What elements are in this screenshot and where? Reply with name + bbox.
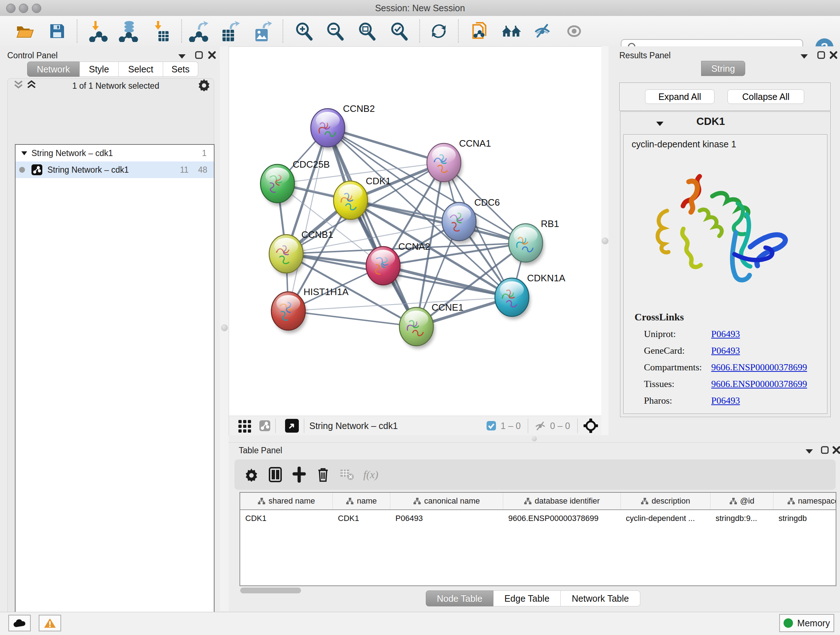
- network-node-label: CCNB2: [343, 103, 375, 114]
- selected-checkbox-icon[interactable]: [486, 421, 496, 431]
- results-collapse-icon[interactable]: [799, 53, 809, 59]
- network-canvas[interactable]: CCNB2CCNA1CDC25BCDK1CDC6RB1CCNB1CCNA2CDK…: [229, 46, 603, 416]
- zoom-in-icon[interactable]: [294, 20, 314, 42]
- network-edge[interactable]: [288, 128, 328, 311]
- add-column-icon[interactable]: [287, 463, 311, 486]
- network-collection-row[interactable]: String Network – cdk1 1: [16, 145, 214, 162]
- panel-close-icon[interactable]: [208, 51, 216, 59]
- column-header[interactable]: namespace: [774, 493, 836, 509]
- left-splitter-handle[interactable]: [221, 325, 228, 331]
- home-icon[interactable]: [501, 20, 522, 42]
- column-header-label: database identifier: [535, 496, 600, 506]
- network-node[interactable]: CDC6: [442, 197, 500, 244]
- network-options-gear-icon[interactable]: [197, 78, 210, 91]
- column-header[interactable]: name: [333, 493, 390, 509]
- control-panel-tabs: NetworkStyleSelectSets: [27, 62, 198, 77]
- table-row[interactable]: CDK1CDK1P064939606.ENSP00000378699cyclin…: [240, 510, 836, 527]
- table-header-row: shared namenamecanonical namedatabase id…: [240, 493, 836, 510]
- crosslink-value-link[interactable]: P06493: [711, 395, 740, 406]
- tab-style[interactable]: Style: [80, 62, 118, 77]
- panel-float-icon[interactable]: [195, 51, 203, 59]
- crosslink-value-link[interactable]: P06493: [711, 329, 740, 340]
- tab-edge-table[interactable]: Edge Table: [493, 591, 561, 606]
- table-settings-gear-icon[interactable]: [240, 463, 264, 486]
- network-node-label: CCNE1: [431, 302, 463, 313]
- view-indicator-icon: [19, 167, 25, 173]
- network-node[interactable]: CCNA2: [366, 241, 430, 288]
- crosslink-value-link[interactable]: 9606.ENSP00000378699: [711, 362, 807, 373]
- zoom-out-icon[interactable]: [325, 20, 345, 42]
- detach-view-icon[interactable]: [285, 419, 299, 432]
- node-entry-card: CDK1 cyclin-dependent kinase 1: [620, 111, 831, 417]
- save-session-icon[interactable]: [47, 20, 67, 42]
- right-splitter-handle[interactable]: [602, 238, 608, 244]
- warnings-button[interactable]: [39, 615, 61, 631]
- table-close-icon[interactable]: [832, 446, 840, 454]
- expand-all-networks-icon[interactable]: [26, 80, 37, 90]
- network-node[interactable]: RB1: [508, 218, 559, 265]
- tab-network-table[interactable]: Network Table: [561, 591, 640, 606]
- network-node[interactable]: CDKN1A: [495, 272, 565, 319]
- collapse-all-button[interactable]: Collapse All: [728, 89, 804, 104]
- memory-label: Memory: [797, 618, 830, 629]
- tab-string[interactable]: String: [701, 61, 745, 76]
- network-node[interactable]: CCNE1: [399, 302, 463, 348]
- show-all-icon[interactable]: [564, 20, 584, 42]
- zoom-fit-icon[interactable]: [357, 20, 377, 42]
- import-network-icon[interactable]: [88, 20, 108, 42]
- table-float-icon[interactable]: [821, 446, 829, 454]
- hide-selected-icon[interactable]: [532, 20, 553, 42]
- crosslink-value-link[interactable]: 9606.ENSP00000378699: [711, 379, 807, 390]
- network-node[interactable]: CCNB2: [311, 103, 375, 150]
- import-table-icon[interactable]: [150, 20, 171, 42]
- tab-network[interactable]: Network: [27, 62, 80, 77]
- hidden-eye-icon[interactable]: [533, 420, 548, 432]
- tab-node-table[interactable]: Node Table: [426, 591, 493, 606]
- grid-view-icon[interactable]: [238, 418, 252, 433]
- export-network-icon[interactable]: [188, 20, 209, 42]
- main-toolbar: ?: [0, 16, 840, 47]
- network-edge[interactable]: [288, 311, 416, 326]
- export-table-icon[interactable]: [219, 20, 240, 42]
- refresh-icon[interactable]: [429, 20, 449, 42]
- import-database-icon[interactable]: [118, 20, 139, 42]
- right-splitter[interactable]: [601, 46, 608, 442]
- column-header-label: shared name: [268, 496, 315, 506]
- birds-eye-icon[interactable]: [583, 418, 599, 434]
- results-float-icon[interactable]: [817, 51, 826, 59]
- table-horizontal-scrollbar[interactable]: [240, 587, 301, 593]
- export-image-icon[interactable]: [252, 20, 272, 42]
- function-builder-icon[interactable]: f(x): [359, 463, 383, 486]
- expand-all-button[interactable]: Expand All: [645, 89, 714, 104]
- crosslink-label: GeneCard:: [644, 345, 711, 356]
- tab-select[interactable]: Select: [118, 62, 163, 77]
- column-header[interactable]: description: [621, 493, 711, 509]
- open-folder-icon[interactable]: [14, 20, 35, 42]
- panel-collapse-icon[interactable]: [177, 53, 187, 59]
- delete-table-icon[interactable]: [335, 463, 359, 486]
- apps-icon[interactable]: [470, 20, 491, 42]
- delete-column-icon[interactable]: [311, 463, 335, 486]
- column-header[interactable]: database identifier: [503, 493, 621, 509]
- network-row-selected[interactable]: String Network – cdk1 11 48: [16, 162, 214, 178]
- crosslink-value-link[interactable]: P06493: [711, 345, 740, 356]
- entry-collapse-icon[interactable]: [655, 120, 665, 127]
- network-node[interactable]: CDC25B: [261, 159, 330, 206]
- tab-sets[interactable]: Sets: [163, 62, 198, 77]
- tree-expand-icon[interactable]: [21, 150, 28, 156]
- results-close-icon[interactable]: [829, 51, 838, 59]
- crosslink-row: GeneCard:P06493: [644, 342, 821, 359]
- zoom-selected-icon[interactable]: [389, 20, 409, 42]
- network-view-share-icon[interactable]: [259, 420, 270, 431]
- table-cell: stringdb:9...: [711, 510, 774, 527]
- column-header[interactable]: canonical name: [390, 493, 503, 509]
- left-splitter[interactable]: [220, 46, 229, 611]
- table-collapse-icon[interactable]: [805, 448, 814, 454]
- column-header[interactable]: @id: [711, 493, 774, 509]
- horizontal-splitter-handle[interactable]: [532, 436, 537, 441]
- show-columns-icon[interactable]: [264, 463, 287, 486]
- column-header[interactable]: shared name: [240, 493, 333, 509]
- memory-button[interactable]: Memory: [779, 614, 834, 632]
- collapse-all-networks-icon[interactable]: [13, 80, 24, 90]
- cloud-button[interactable]: [8, 615, 31, 631]
